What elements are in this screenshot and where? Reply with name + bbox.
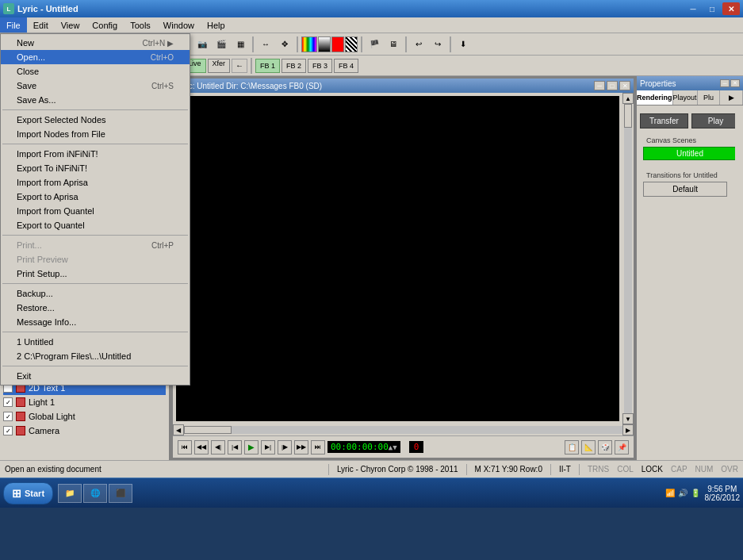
scroll-right-button[interactable]: ▶ (622, 424, 634, 435)
h-scroll-thumb[interactable] (184, 426, 232, 434)
icon-flag[interactable]: 🏴 (366, 36, 383, 53)
transport-play[interactable]: ▶ (244, 440, 259, 455)
transport-next-frame[interactable]: ▶▶ (294, 440, 308, 455)
menu-close[interactable]: Close (1, 64, 190, 79)
menu-print[interactable]: Print... Ctrl+P (1, 238, 190, 252)
tab-playout[interactable]: Playout (673, 90, 698, 105)
minimize-button[interactable]: ─ (684, 2, 702, 15)
properties-minimize[interactable]: ─ (720, 79, 730, 87)
menu-import-infinit[interactable]: Import From iNFiNiT! (1, 147, 190, 161)
transport-extra2[interactable]: 📐 (581, 440, 596, 455)
taskbar-item-explorer[interactable]: 📁 (58, 484, 82, 503)
menu-print-setup[interactable]: Print Setup... (1, 267, 190, 281)
sg-item-light1[interactable]: ✓ Light 1 (3, 395, 166, 409)
sg-check-globallight[interactable]: ✓ (3, 412, 13, 421)
sg-check-camera[interactable]: ✓ (3, 426, 13, 435)
tray-sound: 🔊 (678, 489, 687, 497)
color-bw-icon[interactable] (318, 36, 331, 52)
menu-exit[interactable]: Exit (1, 369, 190, 383)
menu-save-as[interactable]: Save As... (1, 93, 190, 107)
transport-extra3[interactable]: 🎲 (598, 440, 612, 455)
menu-import-aprisa[interactable]: Import from Aprisa (1, 175, 190, 190)
menu-edit[interactable]: Edit (27, 17, 55, 33)
start-button[interactable]: ⊞ Start (3, 482, 53, 504)
scroll-track[interactable] (624, 104, 632, 413)
tab-more[interactable]: ▶ (720, 90, 743, 105)
menu-export-nodes[interactable]: Export Selected Nodes (1, 113, 190, 127)
horizontal-scrollbar[interactable]: ◀ ▶ (173, 424, 634, 435)
properties-close[interactable]: ✕ (730, 79, 740, 87)
icon-redo[interactable]: ↪ (429, 36, 446, 53)
transport-start[interactable]: ⏮ (178, 440, 192, 455)
fb2-button[interactable]: FB 2 (281, 59, 306, 73)
scene-name-button[interactable]: Untitled (643, 147, 737, 160)
transport-extra4[interactable]: 📌 (615, 440, 629, 455)
close-button[interactable]: ✕ (722, 2, 740, 15)
icon-monitor[interactable]: 🖥 (385, 36, 402, 53)
canvas-maximize[interactable]: □ (607, 81, 618, 90)
taskbar-item-browser[interactable]: 🌐 (83, 484, 107, 503)
menu-export-aprisa[interactable]: Export to Aprisa (1, 190, 190, 204)
menu-view[interactable]: View (55, 17, 86, 33)
menu-message-info[interactable]: Message Info... (1, 315, 190, 329)
icon-film[interactable]: 🎬 (213, 36, 230, 53)
menu-config[interactable]: Config (86, 17, 124, 33)
menu-restore[interactable]: Restore... (1, 301, 190, 315)
icon-move[interactable]: ✥ (276, 36, 293, 53)
scroll-thumb[interactable] (624, 104, 632, 128)
menu-print-preview[interactable]: Print Preview (1, 252, 190, 267)
h-scroll-track[interactable] (184, 426, 622, 434)
menu-recent-1[interactable]: 1 Untitled (1, 335, 190, 349)
fb4-button[interactable]: FB 4 (334, 59, 358, 73)
tab-plu[interactable]: Plu (698, 90, 721, 105)
sg-item-globallight[interactable]: ✓ Global Light (3, 409, 166, 424)
canvas-close[interactable]: ✕ (619, 81, 630, 90)
transport-fwd[interactable]: |▶ (278, 440, 292, 455)
icon-down-arrow[interactable]: ⬇ (454, 36, 472, 53)
menu-window[interactable]: Window (157, 17, 201, 33)
transport-back-step[interactable]: |◀ (228, 440, 242, 455)
transport-prev-frame[interactable]: ◀◀ (194, 440, 209, 455)
transport-fwd-step[interactable]: ▶| (261, 440, 275, 455)
icon-undo[interactable]: ↩ (410, 36, 427, 53)
vertical-scrollbar[interactable]: ▲ ▼ (622, 93, 634, 424)
xfer-button[interactable]: Xfer (208, 59, 231, 73)
scroll-up-button[interactable]: ▲ (622, 93, 634, 104)
icon-box[interactable]: ▦ (232, 36, 249, 53)
sg-check-light1[interactable]: ✓ (3, 397, 13, 407)
color-pattern-icon[interactable] (345, 36, 358, 52)
taskbar-item-terminal[interactable]: ⬛ (109, 484, 132, 503)
icon-arrow[interactable]: ↔ (257, 36, 274, 53)
default-button[interactable]: Default (643, 182, 727, 197)
canvas-minimize[interactable]: ─ (594, 81, 605, 90)
menu-backup[interactable]: Backup... (1, 286, 190, 301)
menu-file[interactable]: File (0, 17, 27, 33)
menu-export-infinit[interactable]: Export To iNFiNiT! (1, 161, 190, 175)
transport-extra1[interactable]: 📋 (565, 440, 579, 455)
menu-help[interactable]: Help (201, 17, 232, 33)
icon-img2[interactable]: 📷 (193, 36, 211, 53)
play-button[interactable]: Play (691, 113, 740, 128)
menu-tools[interactable]: Tools (124, 17, 157, 33)
fb1-button[interactable]: FB 1 (255, 59, 280, 73)
menu-recent-2[interactable]: 2 C:\Program Files\...\Untitled (1, 349, 190, 363)
menu-export-quantel[interactable]: Export to Quantel (1, 218, 190, 232)
arrow-left-button[interactable]: ← (232, 59, 247, 73)
fb3-button[interactable]: FB 3 (308, 59, 332, 73)
menu-save[interactable]: Save Ctrl+S (1, 79, 190, 93)
transport-end[interactable]: ⏭ (311, 440, 325, 455)
scroll-down-button[interactable]: ▼ (622, 413, 634, 424)
transfer-button[interactable]: Transfer (640, 113, 688, 128)
color-red-icon[interactable] (331, 36, 344, 52)
menu-import-nodes[interactable]: Import Nodes from File (1, 127, 190, 141)
menu-new[interactable]: New Ctrl+N ▶ (1, 36, 190, 50)
maximize-button[interactable]: □ (703, 2, 721, 15)
tab-rendering[interactable]: Rendering (637, 90, 673, 105)
menu-open[interactable]: Open... Ctrl+O (1, 50, 190, 64)
canvas-viewport[interactable] (176, 96, 619, 421)
color-gradient-icon[interactable] (301, 36, 317, 52)
sg-item-camera[interactable]: ✓ Camera (3, 424, 166, 438)
menu-import-quantel[interactable]: Import from Quantel (1, 204, 190, 218)
transport-prev[interactable]: ◀| (211, 440, 225, 455)
scroll-left-button[interactable]: ◀ (173, 424, 184, 435)
